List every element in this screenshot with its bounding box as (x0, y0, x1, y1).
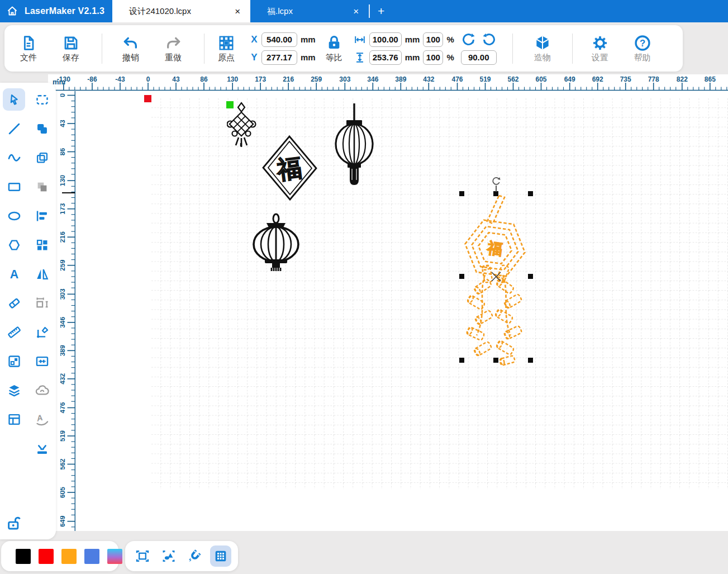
dimension-tool[interactable] (31, 292, 53, 314)
ellipse-tool[interactable] (3, 205, 25, 227)
color-swatch-gradient[interactable] (107, 549, 122, 564)
canvas-grid[interactable] (151, 98, 728, 489)
percent-sign: % (446, 53, 454, 62)
lock-toggle[interactable] (6, 515, 22, 532)
canvas-area[interactable]: -130-86-43043861301732162593033463894324… (48, 74, 728, 531)
height-percent-input[interactable] (423, 50, 443, 65)
width-input[interactable] (369, 32, 402, 47)
svg-text:-86: -86 (87, 75, 97, 83)
height-input[interactable] (369, 50, 402, 65)
array-tool[interactable] (31, 234, 53, 256)
close-icon[interactable]: × (232, 6, 242, 17)
center-tool[interactable] (31, 350, 53, 372)
selection-handle[interactable] (528, 191, 533, 196)
color-swatch-2[interactable] (61, 549, 77, 564)
snap-tool[interactable] (184, 545, 205, 567)
file-button[interactable]: 文件 (12, 34, 45, 63)
aspect-lock-button[interactable]: 等比 (320, 34, 348, 63)
fit-view-tool[interactable] (132, 545, 153, 567)
height-icon (354, 51, 366, 64)
color-swatch-3[interactable] (84, 549, 99, 564)
close-icon[interactable]: × (351, 6, 361, 17)
object-chinese-knot[interactable] (227, 101, 257, 148)
selection-handle[interactable] (459, 274, 464, 279)
svg-text:692: 692 (592, 75, 603, 83)
layers-tool[interactable] (3, 379, 25, 401)
rotate-controls (461, 32, 497, 65)
svg-text:?: ? (640, 37, 645, 48)
subtract-tool[interactable] (31, 175, 53, 198)
eraser-tool[interactable] (3, 292, 25, 314)
redo-button[interactable]: 重做 (157, 34, 189, 63)
curve-tool[interactable] (3, 146, 25, 169)
rotate-angle-input[interactable] (461, 50, 497, 65)
rotate-handle-icon[interactable] (491, 175, 502, 187)
undo-button[interactable]: 撤销 (115, 34, 147, 63)
select-objects-tool[interactable] (158, 545, 179, 567)
app-title: LaserMaker V2.1.3 (25, 0, 112, 22)
selection-handle[interactable] (528, 358, 533, 363)
save-button[interactable]: 保存 (55, 34, 87, 63)
grid-toggle[interactable] (210, 545, 231, 567)
width-percent-input[interactable] (423, 32, 443, 47)
tab-fu[interactable]: 福.lcpx × (250, 0, 369, 22)
help-button[interactable]: ? 帮助 (626, 34, 659, 63)
object-round-lantern[interactable] (251, 213, 301, 271)
home-icon[interactable] (0, 0, 25, 22)
x-position-input[interactable] (261, 32, 297, 47)
x-axis-label: X (250, 34, 258, 45)
main-toolbar: 文件 保存 撤销 重做 原点 X mm Y (4, 25, 683, 72)
table-tool[interactable] (3, 408, 25, 430)
align-tool[interactable] (31, 205, 53, 227)
redo-label: 重做 (165, 53, 182, 63)
text-tool[interactable]: A (3, 263, 25, 285)
image-tool[interactable] (3, 350, 25, 372)
duplicate-tool[interactable] (31, 146, 53, 169)
width-icon (354, 34, 366, 46)
save-label: 保存 (63, 53, 79, 63)
polygon-tool[interactable] (3, 234, 25, 256)
rotate-ccw-icon[interactable] (461, 32, 476, 48)
text-path-tool[interactable]: A (31, 408, 53, 430)
svg-text:649: 649 (60, 515, 66, 526)
origin-label: 原点 (218, 53, 235, 63)
svg-text:0: 0 (60, 93, 66, 97)
rotate-cw-icon[interactable] (482, 32, 497, 48)
line-tool[interactable] (3, 117, 25, 140)
collapse-tool[interactable] (31, 437, 53, 459)
svg-text:476: 476 (60, 402, 66, 413)
color-palette (1, 541, 118, 571)
object-tall-lantern[interactable] (333, 102, 375, 187)
new-tab-button[interactable]: + (370, 0, 392, 22)
create-button[interactable]: 造物 (526, 34, 559, 63)
marquee-select-tool[interactable] (31, 88, 53, 111)
measure-tool[interactable] (3, 321, 25, 343)
selection-handle[interactable] (493, 191, 498, 196)
svg-text:259: 259 (311, 75, 322, 83)
selection-handle[interactable] (493, 358, 498, 363)
svg-text:43: 43 (60, 120, 66, 127)
rectangle-tool[interactable] (3, 175, 25, 198)
svg-text:822: 822 (677, 75, 688, 83)
settings-label: 设置 (592, 53, 608, 63)
selection-handle[interactable] (528, 274, 533, 279)
selection-handle[interactable] (459, 191, 464, 196)
y-position-input[interactable] (261, 50, 297, 65)
node-edit-tool[interactable] (31, 321, 53, 343)
mirror-tool[interactable] (31, 263, 53, 285)
help-label: 帮助 (634, 53, 651, 63)
firecracker-fu-character: 福 (485, 239, 503, 258)
tab-label: 设计241020.lcpx (129, 6, 191, 17)
color-swatch-0[interactable] (16, 549, 31, 564)
cloud-tool[interactable] (31, 379, 53, 401)
svg-text:778: 778 (648, 75, 659, 83)
origin-button[interactable]: 原点 (210, 34, 242, 63)
settings-button[interactable]: 设置 (584, 34, 616, 63)
svg-text:389: 389 (60, 345, 66, 356)
selection-handle[interactable] (459, 358, 464, 363)
object-fu-diamond[interactable]: 福 (259, 134, 320, 202)
tab-design241020[interactable]: 设计241020.lcpx × (112, 0, 250, 22)
color-swatch-1[interactable] (39, 549, 54, 564)
weld-tool[interactable] (31, 117, 53, 140)
select-tool[interactable] (3, 88, 25, 111)
